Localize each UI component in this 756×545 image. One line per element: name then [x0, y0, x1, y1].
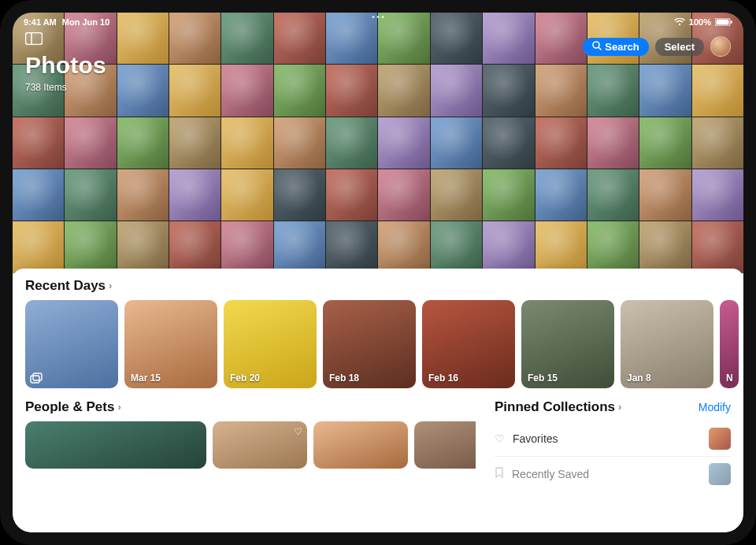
photo-thumb[interactable]	[587, 117, 639, 169]
collections-sheet: Recent Days › Mar 15 Feb 20 Feb 18	[13, 269, 743, 532]
pinned-collections-title-row[interactable]: Pinned Collections ›	[495, 399, 621, 415]
photo-thumb[interactable]	[483, 117, 534, 169]
svg-rect-1	[717, 19, 729, 24]
photo-thumb[interactable]	[587, 221, 639, 272]
photo-thumb[interactable]	[378, 169, 429, 221]
recent-day-card[interactable]: N	[720, 300, 739, 388]
card-date: Feb 18	[329, 373, 359, 384]
photo-thumb[interactable]	[274, 169, 325, 221]
photo-thumb[interactable]	[169, 169, 220, 221]
pinned-item-recently-saved[interactable]: Recently Saved	[495, 457, 731, 491]
photo-thumb[interactable]	[274, 65, 325, 116]
recent-day-card[interactable]: Feb 16	[422, 300, 515, 388]
photo-thumb[interactable]	[431, 65, 482, 116]
card-date: Feb 15	[528, 373, 558, 384]
recent-day-card[interactable]: Mar 15	[124, 300, 217, 388]
photo-thumb[interactable]	[639, 117, 691, 169]
recent-days-row[interactable]: Mar 15 Feb 20 Feb 18 Feb 16 Feb 15 Jan 8	[13, 300, 743, 399]
person-card[interactable]	[25, 421, 206, 469]
photo-thumb[interactable]	[692, 117, 743, 169]
recent-day-card[interactable]: Feb 18	[323, 300, 416, 388]
photo-thumb[interactable]	[639, 65, 691, 116]
stack-icon	[30, 373, 43, 384]
photo-thumb[interactable]	[536, 117, 587, 169]
photo-thumb[interactable]	[221, 117, 272, 169]
select-label: Select	[665, 41, 695, 53]
pinned-item-label: Favorites	[513, 432, 558, 445]
photo-thumb[interactable]	[221, 65, 272, 116]
person-card[interactable]: ♡	[213, 421, 307, 469]
recent-day-card[interactable]: Feb 20	[224, 300, 317, 388]
photo-thumb[interactable]	[65, 169, 116, 221]
chevron-right-icon: ›	[618, 401, 621, 413]
photo-thumb[interactable]	[65, 117, 116, 169]
multitask-dots-icon[interactable]	[372, 16, 384, 18]
photo-thumb[interactable]	[274, 221, 325, 272]
photo-thumb[interactable]	[326, 169, 377, 221]
search-label: Search	[605, 41, 639, 53]
photo-thumb[interactable]	[378, 221, 429, 272]
photo-thumb[interactable]	[65, 221, 116, 272]
profile-avatar[interactable]	[710, 36, 731, 57]
status-bar: 9:41 AM Mon Jun 10 100%	[13, 13, 743, 28]
pinned-thumb	[709, 463, 731, 485]
battery-percent: 100%	[689, 17, 711, 27]
photo-thumb[interactable]	[692, 65, 743, 116]
photo-thumb[interactable]	[431, 117, 482, 169]
select-button[interactable]: Select	[655, 38, 704, 56]
photo-thumb[interactable]	[483, 169, 534, 221]
photo-thumb[interactable]	[536, 65, 587, 116]
photo-thumb[interactable]	[169, 65, 220, 116]
photo-thumb[interactable]	[169, 221, 220, 272]
recent-day-card[interactable]: Jan 8	[621, 300, 713, 388]
recent-day-card[interactable]	[25, 300, 118, 388]
photo-thumb[interactable]	[326, 117, 377, 169]
photo-thumb[interactable]	[117, 65, 169, 116]
photo-thumb[interactable]	[117, 169, 169, 221]
photo-thumb[interactable]	[221, 221, 272, 272]
item-count: 738 Items	[25, 82, 106, 93]
card-date: Feb 16	[428, 373, 458, 384]
photo-thumb[interactable]	[13, 221, 64, 272]
photo-thumb[interactable]	[169, 117, 220, 169]
pinned-collections-title: Pinned Collections	[495, 399, 615, 415]
photo-thumb[interactable]	[117, 221, 169, 272]
modify-button[interactable]: Modify	[699, 401, 731, 413]
chevron-right-icon: ›	[117, 401, 120, 413]
photo-thumb[interactable]	[639, 221, 691, 272]
people-pets-row[interactable]: ♡	[25, 421, 476, 469]
photo-thumb[interactable]	[536, 221, 587, 272]
photo-thumb[interactable]	[221, 169, 272, 221]
recent-days-header[interactable]: Recent Days ›	[13, 278, 743, 300]
people-pets-section: People & Pets › ♡	[25, 399, 476, 491]
photo-thumb[interactable]	[431, 169, 482, 221]
photo-thumb[interactable]	[13, 117, 64, 169]
photo-thumb[interactable]	[587, 65, 639, 116]
pet-card[interactable]	[414, 421, 476, 469]
recent-days-title: Recent Days	[25, 278, 106, 294]
svg-line-6	[598, 47, 601, 50]
photo-thumb[interactable]	[326, 65, 377, 116]
photo-thumb[interactable]	[483, 221, 534, 272]
photo-thumb[interactable]	[378, 117, 429, 169]
photo-thumb[interactable]	[274, 117, 325, 169]
photo-thumb[interactable]	[378, 65, 429, 116]
pinned-item-favorites[interactable]: ♡ Favorites	[495, 421, 731, 457]
svg-rect-3	[26, 33, 43, 45]
people-pets-header[interactable]: People & Pets ›	[25, 399, 476, 421]
photo-thumb[interactable]	[326, 221, 377, 272]
recent-day-card[interactable]: Feb 15	[521, 300, 614, 388]
heart-outline-icon: ♡	[495, 432, 505, 445]
photo-thumb[interactable]	[483, 65, 534, 116]
photo-thumb[interactable]	[536, 169, 587, 221]
photo-thumb[interactable]	[692, 221, 743, 272]
photo-thumb[interactable]	[639, 169, 691, 221]
photo-thumb[interactable]	[587, 169, 639, 221]
sidebar-toggle-icon[interactable]	[25, 32, 43, 46]
photo-thumb[interactable]	[13, 169, 64, 221]
search-button[interactable]: Search	[583, 38, 648, 56]
photo-thumb[interactable]	[431, 221, 482, 272]
person-card[interactable]	[313, 421, 408, 469]
photo-thumb[interactable]	[117, 117, 169, 169]
photo-thumb[interactable]	[692, 169, 743, 221]
